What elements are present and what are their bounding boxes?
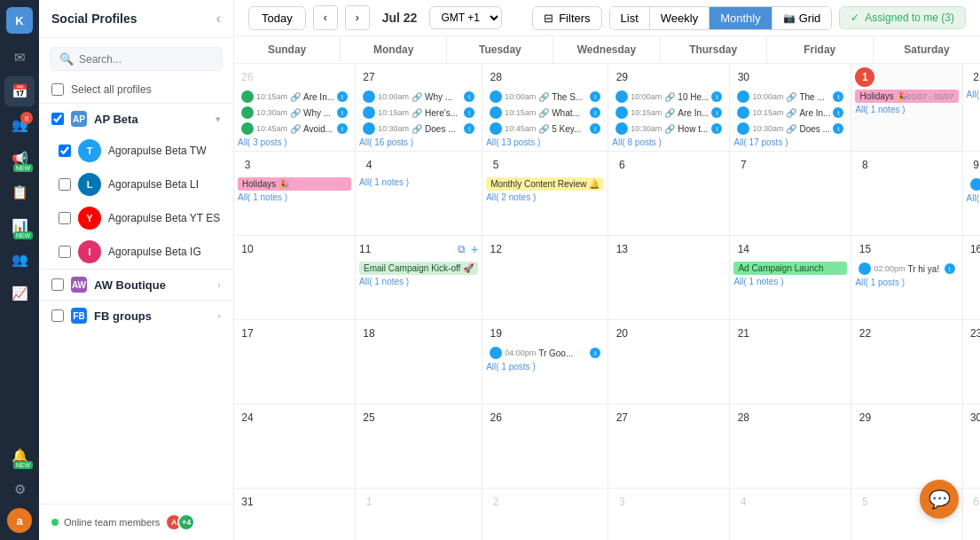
- event-email-campaign[interactable]: Email Campaign Kick-off 🚀: [359, 262, 478, 275]
- cal-day-12[interactable]: 12: [482, 236, 608, 320]
- today-button[interactable]: Today: [248, 6, 306, 30]
- cal-day-23[interactable]: 23: [963, 320, 980, 404]
- messages-icon[interactable]: ✉: [4, 43, 35, 73]
- event-post[interactable]: 10:15am🔗Are In...t: [733, 106, 847, 120]
- cal-day-3-aug[interactable]: 3: [608, 489, 730, 540]
- group-checkbox-ap-beta[interactable]: [51, 113, 64, 125]
- all-notes[interactable]: All( 1 notes ): [359, 177, 478, 187]
- analytics-nav-icon[interactable]: 📈: [4, 278, 35, 309]
- all-notes[interactable]: All( 3 posts ): [238, 137, 351, 147]
- cal-day-4[interactable]: 4 All( 1 notes ): [356, 152, 482, 236]
- grid-view-button[interactable]: 📷 Grid: [772, 7, 832, 29]
- cal-day-30[interactable]: 30 10:00am🔗The ...t 10:15am🔗Are In...t 1…: [730, 64, 851, 152]
- cal-day-18[interactable]: 18: [356, 320, 482, 404]
- cal-day-11[interactable]: 11 ⧉ + Email Campaign Kick-off 🚀 All( 1 …: [356, 236, 482, 320]
- list-view-button[interactable]: List: [610, 7, 650, 29]
- profile-item-li[interactable]: L Agorapulse Beta LI: [39, 168, 233, 201]
- all-notes[interactable]: All( 1 notes ): [855, 105, 958, 114]
- cal-day-20[interactable]: 20: [608, 320, 730, 404]
- cal-day-19[interactable]: 19 04:00pmTr Goo...t All( 1 posts ): [482, 320, 608, 404]
- community-icon[interactable]: 👥8: [4, 110, 35, 140]
- notifications-icon[interactable]: 🔔NEW: [4, 441, 35, 471]
- cal-day-21[interactable]: 21: [730, 320, 851, 404]
- cal-day-27[interactable]: 27 10:00am🔗Why ...t 10:15am🔗Here's...t 1…: [356, 64, 482, 152]
- profile-group-header-aw[interactable]: AW AW Boutique ›: [39, 270, 233, 300]
- cal-day-13[interactable]: 13: [608, 236, 730, 320]
- timezone-select[interactable]: GMT +1: [429, 6, 502, 29]
- filters-button[interactable]: ⊟ Filters: [532, 6, 601, 30]
- all-notes[interactable]: All( 1 notes ): [733, 277, 847, 286]
- cal-day-1[interactable]: 1 Holidays 🎉 01/07 - 05/07 All( 1 notes …: [851, 64, 962, 152]
- all-notes[interactable]: All( 1 posts ): [967, 193, 980, 203]
- cal-day-9[interactable]: 9 04:00pmTr hellot All( 1 posts ): [963, 152, 980, 236]
- cal-day-5[interactable]: 5 Monthly Content Review 🔔 All( 2 notes …: [482, 152, 608, 236]
- plus-icon[interactable]: +: [471, 242, 478, 256]
- user-avatar[interactable]: K: [6, 7, 33, 34]
- all-notes[interactable]: All( 1 notes ): [967, 90, 980, 99]
- reports-nav-icon[interactable]: 📊NEW: [4, 211, 35, 241]
- cal-day-3[interactable]: 3 Holidays 🎉 All( 1 notes ): [234, 152, 356, 236]
- profile-checkbox-tw[interactable]: [59, 145, 71, 157]
- monthly-view-button[interactable]: Monthly: [710, 7, 772, 29]
- profile-checkbox-li[interactable]: [59, 178, 71, 191]
- event-post[interactable]: 10:15am🔗Here's...t: [359, 106, 478, 120]
- select-all-checkbox[interactable]: [51, 83, 64, 96]
- chat-button[interactable]: 💬: [920, 480, 959, 519]
- team-nav-icon[interactable]: 👥: [4, 245, 35, 275]
- cal-day-26[interactable]: 26: [482, 404, 608, 489]
- sidebar-close-icon[interactable]: ‹: [216, 11, 221, 27]
- search-input[interactable]: [79, 53, 213, 66]
- profile-item-ig[interactable]: I Agorapulse Beta IG: [39, 235, 233, 269]
- cal-day-30[interactable]: 30: [963, 404, 980, 489]
- cal-day-14[interactable]: 14 Ad Campaign Launch All( 1 notes ): [730, 236, 851, 320]
- event-post[interactable]: 10:45am🔗5 Key...t: [486, 121, 604, 136]
- event-holidays[interactable]: Holidays 🎉 01/07 - 05/07: [855, 90, 958, 103]
- cal-day-28[interactable]: 28: [730, 404, 851, 489]
- all-notes[interactable]: All( 8 posts ): [612, 137, 725, 147]
- prev-button[interactable]: ‹: [313, 5, 338, 30]
- app-logo[interactable]: a: [7, 508, 32, 533]
- cal-day-16[interactable]: 16: [963, 236, 980, 320]
- next-button[interactable]: ›: [345, 5, 370, 30]
- event-post[interactable]: 04:00pmTr Goo...t: [486, 346, 604, 360]
- profile-item-tw[interactable]: T Agorapulse Beta TW: [39, 134, 233, 168]
- cal-day-26-jun[interactable]: 26 10:15am🔗Are In...t 10:30am🔗Why ...t 1…: [234, 64, 356, 152]
- listening-icon[interactable]: 📋: [4, 177, 35, 207]
- cal-day-1-aug[interactable]: 1: [356, 489, 482, 540]
- cal-day-10[interactable]: 10: [234, 236, 356, 320]
- assigned-to-me-button[interactable]: ✓ Assigned to me (3): [839, 6, 966, 29]
- event-monthly-review[interactable]: Monthly Content Review 🔔: [486, 177, 604, 191]
- group-checkbox-fb[interactable]: [51, 309, 64, 322]
- event-post[interactable]: 10:00am🔗10 He...t: [612, 90, 725, 104]
- profile-checkbox-ig[interactable]: [59, 246, 71, 258]
- cal-day-7[interactable]: 7: [730, 152, 851, 236]
- cal-day-29[interactable]: 29 10:00am🔗10 He...t 10:15am🔗Are In...t …: [608, 64, 730, 152]
- event-post[interactable]: 10:00am🔗The ...t: [733, 90, 847, 104]
- event-post[interactable]: 10:15am🔗Are In...t: [238, 90, 351, 104]
- copy-icon[interactable]: ⧉: [458, 243, 466, 255]
- cal-day-24[interactable]: 24: [234, 404, 356, 489]
- event-post[interactable]: 10:30am🔗How t...t: [612, 121, 725, 136]
- profile-checkbox-yt[interactable]: [59, 212, 71, 224]
- weekly-view-button[interactable]: Weekly: [650, 7, 710, 29]
- profile-group-header-ap-beta[interactable]: AP AP Beta ▾: [39, 104, 233, 134]
- cal-day-28[interactable]: 28 10:00am🔗The S...t 10:15am🔗What...t 10…: [482, 64, 608, 152]
- event-post[interactable]: 10:30am🔗Does ...t: [359, 121, 478, 136]
- all-notes[interactable]: All( 16 posts ): [359, 137, 478, 147]
- event-post[interactable]: 10:30am🔗Does ...t: [733, 121, 847, 136]
- event-ad-campaign[interactable]: Ad Campaign Launch: [733, 262, 847, 275]
- all-notes[interactable]: All( 1 notes ): [238, 192, 351, 202]
- all-notes[interactable]: All( 1 posts ): [855, 278, 958, 287]
- event-post[interactable]: 10:15am🔗Are In...t: [612, 106, 725, 120]
- event-holidays-cont[interactable]: Holidays 🎉: [238, 177, 351, 191]
- cal-day-15[interactable]: 15 02:00pmTr hi ya!t All( 1 posts ): [851, 236, 962, 320]
- publishing-icon[interactable]: 📢NEW: [4, 144, 35, 174]
- all-notes[interactable]: All( 1 posts ): [486, 362, 604, 372]
- search-box[interactable]: 🔍: [50, 47, 223, 71]
- cal-day-4-aug[interactable]: 4: [730, 489, 851, 540]
- all-notes[interactable]: All( 13 posts ): [486, 137, 604, 147]
- all-notes[interactable]: All( 1 notes ): [359, 277, 478, 286]
- event-post[interactable]: 02:00pmTr hi ya!t: [855, 262, 958, 276]
- cal-day-29[interactable]: 29: [851, 404, 962, 489]
- cal-day-6[interactable]: 6: [608, 152, 730, 236]
